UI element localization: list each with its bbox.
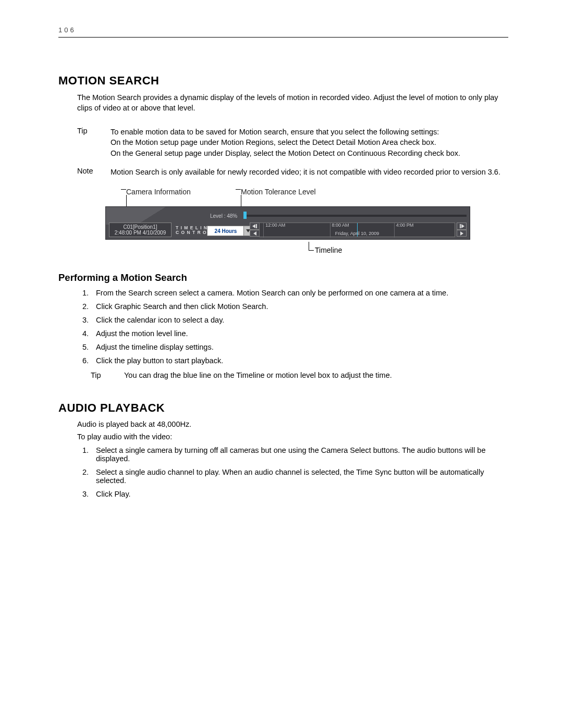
tip-body: To enable motion data to be saved for Mo…	[111, 127, 508, 158]
audio-steps: Select a single camera by turning off al…	[77, 446, 508, 498]
svg-rect-2	[256, 224, 257, 228]
camera-info-box: C01[Position1] 2:48:00 PM 4/10/2009	[109, 223, 172, 237]
timeline-step-back-group	[250, 223, 260, 237]
list-item: Select a single audio channel to play. W…	[91, 468, 508, 485]
tip-label: Tip	[91, 371, 124, 379]
timeline-range-select[interactable]: 24 Hours	[207, 226, 244, 236]
list-item: Adjust the motion level line.	[91, 329, 508, 338]
svg-marker-4	[461, 224, 464, 228]
audio-line: Audio is played back at 48,000Hz.	[77, 420, 508, 428]
timeline-date: Friday, April 10, 2009	[335, 231, 379, 236]
motion-level-bar[interactable]: Level : 48%	[210, 212, 467, 220]
step-fwd-minor-icon[interactable]	[457, 230, 467, 237]
timeline-step-fwd-group	[457, 223, 467, 237]
svg-marker-6	[460, 231, 463, 236]
timeline-panel: C01[Position1] 2:48:00 PM 4/10/2009 T I …	[105, 206, 470, 240]
callout-timeline: Timeline	[105, 242, 470, 256]
step-back-minor-icon[interactable]	[250, 230, 260, 237]
motion-diagram: Camera Information Motion Tolerance Leve…	[105, 186, 470, 256]
level-slider-handle[interactable]	[243, 212, 247, 219]
list-item: Click the calendar icon to select a day.	[91, 316, 508, 324]
list-item: Click the play button to start playback.	[91, 356, 508, 365]
performing-steps: From the Search screen select a camera. …	[77, 289, 508, 365]
list-item: From the Search screen select a camera. …	[91, 289, 508, 297]
svg-marker-1	[252, 224, 255, 228]
tip-line: On the Motion setup page under Motion Re…	[111, 137, 508, 147]
timeline-tick: 4:00 PM	[396, 223, 414, 228]
list-item: Click Graphic Search and then click Moti…	[91, 302, 508, 311]
timeline-track[interactable]: 12:00 AM 8:00 AM 4:00 PM Friday, April 1…	[259, 223, 455, 237]
svg-rect-5	[460, 224, 461, 228]
camera-name: C01[Position1]	[123, 224, 157, 230]
note-label: Note	[77, 167, 111, 177]
motion-tip-block: Tip To enable motion data to be saved fo…	[77, 127, 508, 158]
performing-tip: Tip You can drag the blue line on the Ti…	[91, 371, 508, 379]
heading-motion-search: MOTION SEARCH	[58, 74, 508, 88]
level-label: Level : 48%	[210, 213, 237, 219]
tip-label: Tip	[77, 127, 111, 158]
timeline-tick: 12:00 AM	[265, 223, 285, 228]
audio-line: To play audio with the video:	[77, 433, 508, 441]
heading-performing-motion-search: Performing a Motion Search	[58, 272, 508, 283]
svg-marker-3	[253, 231, 256, 236]
step-back-major-icon[interactable]	[250, 223, 260, 230]
page-number: 106	[58, 26, 508, 38]
list-item: Adjust the timeline display settings.	[91, 343, 508, 351]
list-item: Select a single camera by turning off al…	[91, 446, 508, 463]
camera-timestamp: 2:48:00 PM 4/10/2009	[115, 230, 166, 236]
heading-audio-playback: AUDIO PLAYBACK	[58, 401, 508, 415]
tip-body: You can drag the blue line on the Timeli…	[124, 371, 508, 379]
timeline-tick: 8:00 AM	[332, 223, 349, 228]
note-body: Motion Search is only available for newl…	[111, 167, 508, 177]
tip-line: On the General setup page under Display,…	[111, 148, 508, 158]
motion-search-intro: The Motion Search provides a dynamic dis…	[77, 93, 508, 113]
list-item: Click Play.	[91, 490, 508, 498]
level-track[interactable]	[243, 215, 467, 217]
callout-motion-tolerance: Motion Tolerance Level	[241, 186, 316, 206]
motion-note-block: Note Motion Search is only available for…	[77, 167, 508, 177]
tip-line: To enable motion data to be saved for Mo…	[111, 127, 508, 137]
step-fwd-major-icon[interactable]	[457, 223, 467, 230]
callout-camera-info: Camera Information	[126, 186, 230, 206]
